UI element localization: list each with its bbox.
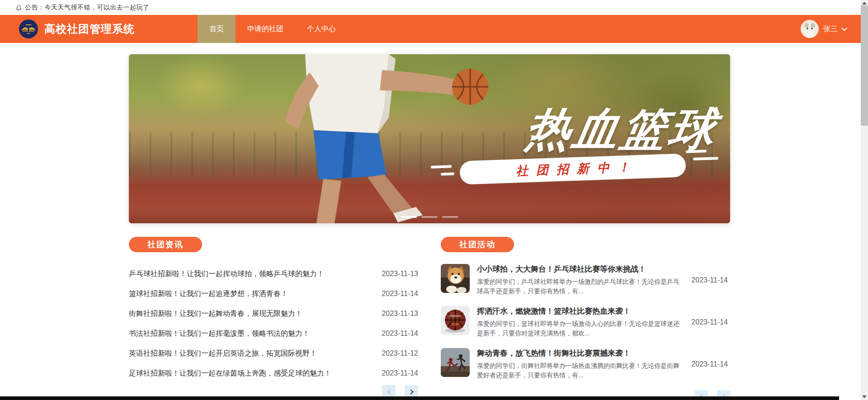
announcement-text: 公告：今天天气很不错，可以出去一起玩了: [25, 4, 150, 12]
speed-line: [693, 157, 718, 160]
street-dance-photo: [441, 348, 470, 377]
basketball-photo: HONGKE TOP: [441, 306, 470, 335]
news-title[interactable]: 英语社招新啦！让我们一起开启英语之旅，拓宽国际视野！: [129, 349, 317, 358]
page: 公告：今天天气很不错，可以出去一起玩了 高校社团管理系统 首页 申请的社团 个人…: [0, 0, 868, 400]
activity-date: 2023-11-14: [691, 276, 731, 284]
news-title[interactable]: 乒乓球社招新啦！让我们一起挥动球拍，领略乒乓球的魅力！: [129, 269, 324, 279]
banner-ribbon-text: 社团招新中！: [507, 159, 638, 179]
activity-title[interactable]: 舞动青春，放飞热情！街舞社比赛震撼来袭！: [477, 348, 681, 358]
news-row[interactable]: 书法社招新啦！让我们一起挥毫泼墨，领略书法的魅力！ 2023-11-14: [129, 324, 418, 344]
nav-item-applied-clubs[interactable]: 申请的社团: [236, 15, 295, 43]
app-title: 高校社团管理系统: [44, 22, 135, 36]
news-title[interactable]: 篮球社招新啦！让我们一起追逐梦想，挥洒青春！: [129, 289, 288, 299]
news-row[interactable]: 乒乓球社招新啦！让我们一起挥动球拍，领略乒乓球的魅力！ 2023-11-13: [129, 264, 418, 284]
activity-card[interactable]: 小小球拍，大大舞台！乒乓球社比赛等你来挑战！ 亲爱的同学们，乒乓球社即将举办一场…: [441, 264, 731, 296]
scrollbar-thumb[interactable]: [861, 5, 868, 126]
news-row[interactable]: 街舞社招新啦！让我们一起舞动青春，展现无限魅力！ 2023-11-13: [129, 304, 418, 324]
app-header: 高校社团管理系统 首页 申请的社团 个人中心: [0, 15, 868, 43]
news-title[interactable]: 书法社招新啦！让我们一起挥毫泼墨，领略书法的魅力！: [129, 329, 310, 339]
activity-date: 2023-11-14: [691, 360, 731, 368]
scrollbar-up-arrow-icon[interactable]: [862, 2, 867, 5]
carousel-indicators: [129, 216, 730, 218]
announcement-bar: 公告：今天天气很不错，可以出去一起玩了: [0, 0, 868, 15]
scrollbar-down-arrow-icon[interactable]: [862, 395, 867, 398]
news-badge: 社团资讯: [129, 237, 202, 252]
user-menu[interactable]: 张三: [801, 15, 846, 43]
user-name[interactable]: 张三: [823, 24, 838, 34]
logo-icon: [19, 19, 38, 38]
news-row[interactable]: 足球社招新啦！让我们一起在绿茵场上奔跑，感受足球的魅力！ 2023-11-14: [129, 363, 418, 383]
activities-badge: 社团活动: [441, 237, 514, 252]
news-date: 2023-11-14: [382, 290, 418, 298]
carousel-indicator-1[interactable]: [401, 216, 417, 218]
bell-icon: [15, 4, 22, 11]
activity-title[interactable]: 挥洒汗水，燃烧激情！篮球社比赛热血来袭！: [477, 306, 681, 316]
basketball-player-graphic: [183, 54, 527, 223]
activity-date: 2023-11-14: [691, 318, 731, 326]
news-date: 2023-11-13: [382, 310, 418, 318]
brand: 高校社团管理系统: [19, 19, 135, 38]
activity-card-body: 舞动青春，放飞热情！街舞社比赛震撼来袭！ 亲爱的同学们，街舞社即将举办一场热血沸…: [477, 348, 681, 380]
basketball-brand-text: HONGKE: [449, 315, 461, 317]
activity-card[interactable]: 舞动青春，放飞热情！街舞社比赛震撼来袭！ 亲爱的同学们，街舞社即将举办一场热血沸…: [441, 348, 731, 380]
news-date: 2023-11-13: [382, 270, 418, 278]
avatar[interactable]: [801, 20, 819, 38]
activity-card[interactable]: HONGKE TOP 挥洒汗水，燃烧激情！篮球社比赛热血来袭！ 亲爱的同学们，篮…: [441, 306, 731, 338]
activity-title[interactable]: 小小球拍，大大舞台！乒乓球社比赛等你来挑战！: [477, 264, 681, 274]
basketball-top-text: TOP: [452, 322, 459, 326]
news-title[interactable]: 街舞社招新啦！让我们一起舞动青春，展现无限魅力！: [129, 309, 302, 319]
nav-item-personal-center[interactable]: 个人中心: [295, 15, 348, 43]
vertical-scrollbar[interactable]: [861, 0, 868, 400]
chevron-right-icon: [408, 389, 413, 394]
activity-desc: 亲爱的同学们，乒乓球社即将举办一场激烈的乒乓球比赛！无论你是乒乓球高手还是新手，…: [477, 277, 681, 296]
nav-item-home[interactable]: 首页: [198, 15, 236, 43]
news-title[interactable]: 足球社招新啦！让我们一起在绿茵场上奔跑，感受足球的魅力！: [129, 369, 331, 378]
news-row[interactable]: 英语社招新啦！让我们一起开启英语之旅，拓宽国际视野！ 2023-11-12: [129, 344, 418, 363]
activity-card-body: 小小球拍，大大舞台！乒乓球社比赛等你来挑战！ 亲爱的同学们，乒乓球社即将举办一场…: [477, 264, 681, 296]
speed-line: [441, 172, 454, 175]
news-date: 2023-11-12: [382, 349, 418, 358]
chevron-left-icon: [387, 389, 392, 394]
main-nav: 首页 申请的社团 个人中心: [198, 15, 348, 43]
bottom-edge-strip: [0, 396, 839, 400]
activity-desc: 亲爱的同学们，篮球社即将举办一场激动人心的比赛！无论你是篮球迷还是新手，只要你对…: [477, 319, 681, 338]
club-activities-section: 社团活动: [441, 237, 731, 400]
news-row[interactable]: 篮球社招新啦！让我们一起追逐梦想，挥洒青春！ 2023-11-14: [129, 284, 418, 304]
hero-carousel-slide: 热血篮球 社团招新中！: [129, 54, 730, 223]
carousel-indicator-3[interactable]: [442, 216, 458, 218]
activity-desc: 亲爱的同学们，街舞社即将举办一场热血沸腾的街舞比赛！无论你是街舞爱好者还是新手，…: [477, 361, 681, 380]
carousel-indicator-2[interactable]: [421, 216, 438, 218]
chevron-down-icon[interactable]: [841, 25, 847, 31]
club-news-section: 社团资讯 乒乓球社招新啦！让我们一起挥动球拍，领略乒乓球的魅力！ 2023-11…: [129, 237, 418, 400]
activity-card-body: 挥洒汗水，燃烧激情！篮球社比赛热血来袭！ 亲爱的同学们，篮球社即将举办一场激动人…: [477, 306, 681, 338]
news-date: 2023-11-14: [382, 369, 418, 377]
news-date: 2023-11-14: [382, 329, 418, 338]
shiba-dog-photo: [441, 264, 470, 293]
content-area: 社团资讯 乒乓球社招新啦！让我们一起挥动球拍，领略乒乓球的魅力！ 2023-11…: [129, 237, 731, 400]
